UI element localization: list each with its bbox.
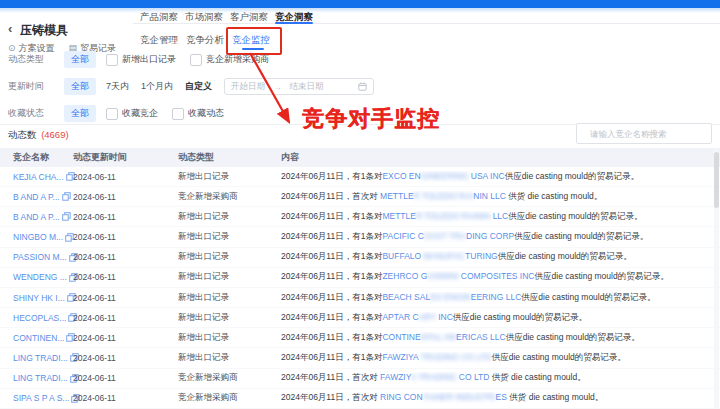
- content-text: 供货 die casting mould。: [489, 372, 585, 382]
- checkbox-icon: [106, 54, 118, 66]
- company-link[interactable]: SHINY HK I...: [13, 293, 65, 303]
- table-row: B AND A P... 2024-06-11 竞企新增采购商 2024年06月…: [0, 187, 720, 207]
- header-update-time: 动态更新时间: [73, 151, 178, 164]
- filter-all-chip-update-time[interactable]: 全部: [64, 78, 96, 95]
- content-text: 供货 die casting mould。: [507, 392, 603, 402]
- company-link[interactable]: SIPA S P A S...: [13, 393, 69, 403]
- dynamic-content: 2024年06月11日，有1条对CONTINENTAL AMERICAS LLC…: [281, 332, 720, 344]
- company-link[interactable]: LING TRADI...: [13, 353, 68, 363]
- mentioned-company-link[interactable]: METTLE: [382, 211, 416, 221]
- content-text: 2024年06月11日，有1条对: [281, 332, 382, 342]
- tab-customer-insight[interactable]: 客户洞察: [230, 11, 268, 24]
- mentioned-company-link[interactable]: LLC: [490, 211, 508, 221]
- mentioned-company-link[interactable]: ERICAS LLC: [456, 332, 506, 342]
- checkbox-favorite-competitor[interactable]: 收藏竞企: [106, 107, 158, 120]
- copy-icon[interactable]: [62, 192, 71, 201]
- update-date: 2024-06-11: [73, 313, 178, 323]
- search-input[interactable]: [576, 123, 712, 144]
- table-row: LING TRADI... 2024-06-11 新增出口记录 2024年06月…: [0, 348, 720, 368]
- blurred-company-text: GINEERING: [421, 171, 469, 181]
- content-text: 2024年06月11日，首次对: [281, 191, 380, 201]
- update-date: 2024-06-11: [73, 272, 178, 282]
- subtab-competition-analysis[interactable]: 竞争分析: [186, 34, 224, 47]
- company-link[interactable]: HECOPLAS...: [13, 313, 66, 323]
- company-cell: NINGBO M...: [0, 232, 73, 242]
- content-text: 供应die casting mould的贸易记录。: [521, 292, 655, 302]
- update-date: 2024-06-11: [73, 192, 178, 202]
- company-link[interactable]: B AND A P...: [13, 192, 60, 202]
- mentioned-company-link[interactable]: BUFFALO: [382, 251, 421, 261]
- mentioned-company-link[interactable]: BEACH SAL: [382, 292, 430, 302]
- mentioned-company-link[interactable]: PACIFIC C: [382, 231, 423, 241]
- table-header: 竞企名称 动态更新时间 动态类型 内容: [0, 148, 720, 167]
- company-cell: WENDENG ...: [0, 272, 73, 282]
- company-link[interactable]: KEJIA CHA...: [13, 172, 64, 182]
- mentioned-company-link[interactable]: EXCO EN: [382, 171, 420, 181]
- update-date: 2024-06-11: [73, 212, 178, 222]
- update-date: 2024-06-11: [73, 232, 178, 242]
- tab-product-insight[interactable]: 产品洞察: [140, 11, 178, 24]
- update-date: 2024-06-11: [73, 333, 178, 343]
- checkbox-favorite-dynamic[interactable]: 收藏动态: [172, 107, 224, 120]
- option-7-days[interactable]: 7天内: [106, 80, 129, 93]
- back-chevron-icon[interactable]: ‹: [8, 21, 12, 36]
- dynamic-type: 竞企新增采购商: [178, 392, 281, 404]
- tab-market-insight[interactable]: 市场洞察: [185, 11, 223, 24]
- mentioned-company-link[interactable]: FAWZIY: [380, 372, 411, 382]
- mentioned-company-link[interactable]: NIN LLC: [473, 191, 506, 201]
- header-company: 竞企名称: [0, 151, 73, 164]
- calendar-icon: [358, 82, 367, 91]
- content-text: 2024年06月11日，有1条对: [281, 271, 382, 281]
- mentioned-company-link[interactable]: TURING: [465, 251, 498, 261]
- mentioned-company-link[interactable]: FAWZIYA: [382, 352, 418, 362]
- dynamic-content: 2024年06月11日，首次对 METTLER TOLEDO RAININ LL…: [281, 191, 720, 203]
- content-text: 供应die casting mould的贸易记录。: [506, 332, 640, 342]
- dynamic-content: 2024年06月11日，有1条对PACIFIC COAST TRADING CO…: [281, 231, 720, 243]
- content-text: 2024年06月11日，有1条对: [281, 211, 382, 221]
- mentioned-company-link[interactable]: DING CORP: [466, 231, 514, 241]
- content-text: 供应die casting mould的贸易记录。: [492, 352, 626, 362]
- mentioned-company-link[interactable]: CO LTD: [459, 372, 490, 382]
- dynamic-content: 2024年06月11日，首次对 RING CONTAINER INDUSTRIE…: [281, 392, 720, 404]
- mentioned-company-link[interactable]: COMPOSITES INC: [461, 271, 535, 281]
- mentioned-company-link[interactable]: METTLE: [380, 191, 414, 201]
- mentioned-company-link[interactable]: EERING LLC: [471, 292, 522, 302]
- mentioned-company-link[interactable]: CONTINE: [382, 332, 420, 342]
- copy-icon[interactable]: [62, 212, 71, 221]
- dynamic-type: 新增出口记录: [178, 332, 281, 344]
- dynamics-count-label: 动态数: [8, 129, 37, 140]
- mentioned-company-link[interactable]: INC: [438, 312, 453, 322]
- option-custom[interactable]: 自定义: [185, 80, 212, 93]
- scrollbar-thumb[interactable]: [714, 152, 719, 208]
- filter-all-chip-favorite-status[interactable]: 全部: [64, 105, 96, 122]
- table-row: KEJIA CHA... 2024-06-11 新增出口记录 2024年06月1…: [0, 167, 720, 187]
- filter-all-chip-dynamic-type[interactable]: 全部: [64, 51, 96, 68]
- content-text: 2024年06月11日，首次对: [281, 392, 380, 402]
- blurred-company-text: A TRADING: [411, 372, 459, 382]
- dynamic-content: 2024年06月11日，有1条对ZEHRCO GIANNINI COMPOSIT…: [281, 271, 720, 283]
- company-link[interactable]: LING TRADI...: [13, 373, 68, 383]
- company-link[interactable]: NINGBO M...: [13, 232, 63, 242]
- blurred-company-text: MANUFAC: [421, 251, 465, 261]
- company-link[interactable]: WENDENG ...: [13, 272, 67, 282]
- company-link[interactable]: CONTINEN...: [13, 333, 64, 343]
- company-link[interactable]: PASSION M...: [13, 252, 67, 262]
- content-text: 供应die casting mould的贸易记录。: [505, 171, 639, 181]
- mentioned-company-link[interactable]: ES: [496, 392, 507, 402]
- company-cell: B AND A P...: [0, 212, 73, 222]
- mentioned-company-link[interactable]: APTAR C: [382, 312, 418, 322]
- dynamic-type: 新增出口记录: [178, 231, 281, 243]
- option-1-month[interactable]: 1个月内: [141, 80, 173, 93]
- subtab-competitor-management[interactable]: 竞企管理: [140, 34, 178, 47]
- dynamic-type: 新增出口记录: [178, 251, 281, 263]
- mentioned-company-link[interactable]: ZEHRCO G: [382, 271, 427, 281]
- mentioned-company-link[interactable]: USA INC: [468, 171, 504, 181]
- mentioned-company-link[interactable]: RING CON: [380, 392, 423, 402]
- checkbox-new-export-record[interactable]: 新增出口记录: [106, 53, 176, 66]
- dynamic-content: 2024年06月11日，有1条对EXCO ENGINEERING USA INC…: [281, 171, 720, 183]
- active-tab-underline: [275, 22, 313, 24]
- competitor-monitoring-screen: ‹ 压铸模具 ⊙ 方案设置 ▤ 贸易记录 产品洞察 市场洞察 客户洞察 竞企洞察…: [0, 0, 720, 409]
- company-link[interactable]: B AND A P...: [13, 212, 60, 222]
- content-text: 供应die casting mould的贸易记录。: [514, 231, 648, 241]
- table-row: CONTINEN... 2024-06-11 新增出口记录 2024年06月11…: [0, 328, 720, 348]
